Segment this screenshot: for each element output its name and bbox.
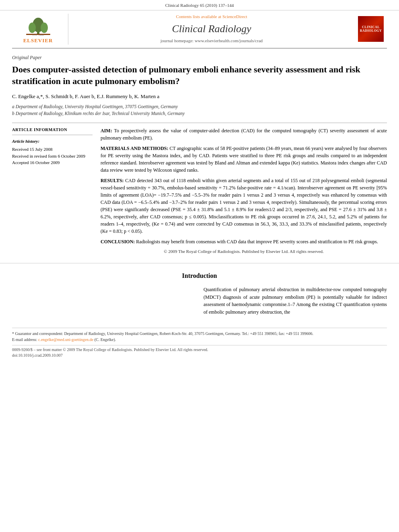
conclusion-text: Radiologists may benefit from consensus … bbox=[136, 239, 378, 244]
article-title: Does computer-assisted detection of pulm… bbox=[12, 64, 387, 87]
journal-reference: Clinical Radiology 65 (2010) 137–144 bbox=[0, 0, 399, 10]
aim-text: To prospectively assess the value of com… bbox=[101, 128, 387, 141]
journal-badge-area: CLINICAL RADIOLOGY bbox=[355, 14, 387, 44]
left-column: ARTICLE INFORMATION Article history: Rec… bbox=[12, 127, 93, 255]
journal-badge: CLINICAL RADIOLOGY bbox=[358, 16, 384, 42]
email-label: E-mail address: bbox=[12, 337, 37, 342]
methods-label: MATERIALS AND METHODS: bbox=[101, 146, 169, 151]
email-name: (C. Engelke). bbox=[95, 337, 116, 342]
received-date: Received 15 July 2008 bbox=[12, 146, 93, 153]
aim-label: AIM: bbox=[101, 128, 112, 134]
affiliation-b: b Department of Radiology, Klinikum rech… bbox=[12, 110, 387, 117]
article-body-cols: ARTICLE INFORMATION Article history: Rec… bbox=[12, 123, 387, 255]
email-footnote: E-mail address: c.engelke@med.uni-goetti… bbox=[12, 337, 387, 343]
issn-line: 0009-9260/$ – see front matter © 2009 Th… bbox=[12, 347, 387, 353]
guarantor-footnote: * Guarantor and correspondent: Departmen… bbox=[12, 331, 387, 337]
abstract-results: RESULTS: CAD detected 343 out of 1118 em… bbox=[101, 177, 387, 235]
footnote-area: * Guarantor and correspondent: Departmen… bbox=[12, 328, 387, 343]
intro-right-col: Quantification of pulmonary arterial obs… bbox=[204, 286, 387, 316]
abstract-conclusion: CONCLUSION: Radiologists may benefit fro… bbox=[101, 238, 387, 245]
journal-header: EST. 1880 ELSEVIER Contents lists availa… bbox=[12, 10, 387, 48]
journal-homepage: journal homepage: www.elsevierhealth.com… bbox=[72, 38, 351, 44]
abstract-column: AIM: To prospectively assess the value o… bbox=[101, 127, 387, 255]
results-label: RESULTS: bbox=[101, 178, 124, 183]
main-content: Original Paper Does computer-assisted de… bbox=[12, 49, 387, 255]
article-info-header: ARTICLE INFORMATION bbox=[12, 127, 93, 135]
journal-center: Contents lists available at ScienceDirec… bbox=[68, 14, 355, 44]
intro-left-col bbox=[12, 286, 195, 316]
sciencedirect-line: Contents lists available at ScienceDirec… bbox=[72, 14, 351, 20]
accepted-date: Accepted 16 October 2009 bbox=[12, 159, 93, 166]
elsevier-logo-area: EST. 1880 ELSEVIER bbox=[12, 14, 68, 44]
svg-text:EST. 1880: EST. 1880 bbox=[32, 34, 44, 36]
abstract-methods: MATERIALS AND METHODS: CT angiographic s… bbox=[101, 145, 387, 174]
footer-bar: 0009-9260/$ – see front matter © 2009 Th… bbox=[12, 345, 387, 358]
intro-paragraph: Quantification of pulmonary arterial obs… bbox=[204, 286, 387, 316]
introduction-title: Introduction bbox=[12, 271, 387, 280]
copyright-line: © 2009 The Royal College of Radiologists… bbox=[101, 249, 387, 255]
introduction-cols: Quantification of pulmonary arterial obs… bbox=[12, 286, 387, 316]
revised-date: Received in revised form 6 October 2009 bbox=[12, 153, 93, 160]
affiliation-a: a Department of Radiology, University Ho… bbox=[12, 103, 387, 110]
affiliations: a Department of Radiology, University Ho… bbox=[12, 103, 387, 117]
article-history-header: Article history: bbox=[12, 138, 93, 144]
journal-title: Clinical Radiology bbox=[72, 22, 351, 36]
abstract-aim: AIM: To prospectively assess the value o… bbox=[101, 127, 387, 142]
results-text: CAD detected 343 out of 1118 emboli with… bbox=[101, 178, 387, 234]
svg-point-3 bbox=[41, 23, 48, 33]
elsevier-label: ELSEVIER bbox=[23, 37, 53, 44]
authors: C. Engelke a,*, S. Schmidt b, F. Auer b,… bbox=[12, 93, 387, 100]
doi-line: doi:10.1016/j.crad.2009.10.007 bbox=[12, 353, 387, 358]
email-address[interactable]: c.engelke@med.uni-goettingen.de bbox=[38, 337, 93, 342]
introduction-section: Introduction Quantification of pulmonary… bbox=[12, 271, 387, 316]
elsevier-tree-icon: EST. 1880 bbox=[24, 14, 52, 36]
section-label: Original Paper bbox=[12, 54, 387, 61]
conclusion-label: CONCLUSION: bbox=[101, 239, 135, 244]
svg-point-2 bbox=[29, 23, 36, 33]
